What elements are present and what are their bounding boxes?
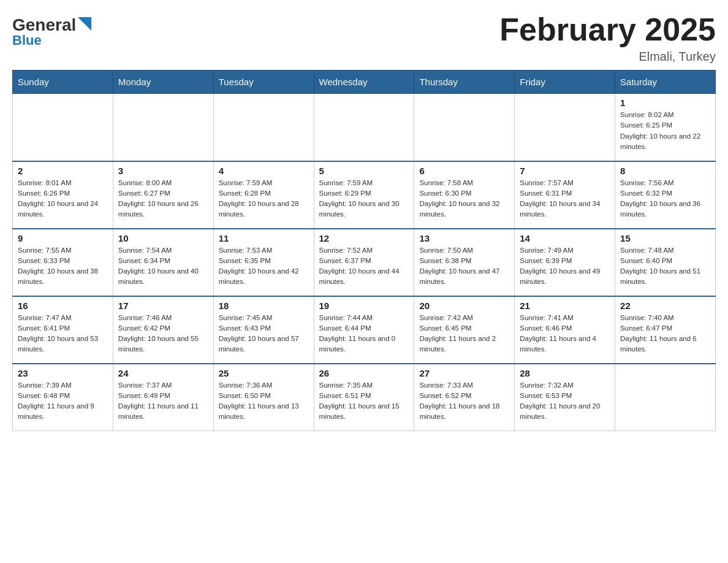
- day-number: 10: [118, 233, 208, 243]
- table-row: [615, 364, 716, 431]
- day-info: Sunrise: 7:59 AMSunset: 6:29 PMDaylight:…: [319, 178, 409, 220]
- table-row: 13Sunrise: 7:50 AMSunset: 6:38 PMDayligh…: [414, 229, 515, 296]
- calendar-table: Sunday Monday Tuesday Wednesday Thursday…: [12, 70, 716, 431]
- table-row: 2Sunrise: 8:01 AMSunset: 6:26 PMDaylight…: [13, 161, 113, 229]
- table-row: [414, 94, 515, 161]
- table-row: [213, 94, 314, 161]
- header-monday: Monday: [113, 71, 213, 94]
- day-number: 2: [18, 166, 108, 176]
- day-number: 3: [118, 166, 208, 176]
- table-row: 23Sunrise: 7:39 AMSunset: 6:48 PMDayligh…: [13, 364, 113, 431]
- day-info: Sunrise: 8:01 AMSunset: 6:26 PMDaylight:…: [18, 178, 108, 220]
- table-row: 9Sunrise: 7:55 AMSunset: 6:33 PMDaylight…: [13, 229, 113, 296]
- table-row: [515, 94, 615, 161]
- table-row: 12Sunrise: 7:52 AMSunset: 6:37 PMDayligh…: [314, 229, 414, 296]
- header-friday: Friday: [515, 71, 615, 94]
- day-number: 14: [520, 233, 610, 243]
- day-number: 21: [520, 301, 610, 311]
- day-info: Sunrise: 7:53 AMSunset: 6:35 PMDaylight:…: [219, 245, 309, 288]
- day-info: Sunrise: 7:36 AMSunset: 6:50 PMDaylight:…: [219, 380, 309, 423]
- table-row: 22Sunrise: 7:40 AMSunset: 6:47 PMDayligh…: [615, 296, 716, 364]
- day-number: 22: [620, 301, 710, 311]
- table-row: [113, 94, 213, 161]
- day-number: 24: [118, 368, 208, 378]
- day-number: 26: [319, 368, 409, 378]
- day-number: 11: [219, 233, 309, 243]
- title-section: February 2025 Elmali, Turkey: [499, 12, 716, 64]
- table-row: [314, 94, 414, 161]
- table-row: 28Sunrise: 7:32 AMSunset: 6:53 PMDayligh…: [515, 364, 615, 431]
- day-info: Sunrise: 7:52 AMSunset: 6:37 PMDaylight:…: [319, 245, 409, 288]
- day-info: Sunrise: 7:44 AMSunset: 6:44 PMDaylight:…: [319, 313, 409, 355]
- table-row: [13, 94, 113, 161]
- day-info: Sunrise: 7:45 AMSunset: 6:43 PMDaylight:…: [219, 313, 309, 355]
- day-number: 23: [18, 368, 108, 378]
- day-number: 19: [319, 301, 409, 311]
- day-number: 27: [419, 368, 509, 378]
- day-number: 4: [219, 166, 309, 176]
- table-row: 15Sunrise: 7:48 AMSunset: 6:40 PMDayligh…: [615, 229, 716, 296]
- month-title: February 2025: [499, 12, 716, 47]
- day-info: Sunrise: 7:37 AMSunset: 6:49 PMDaylight:…: [118, 380, 208, 423]
- day-info: Sunrise: 7:56 AMSunset: 6:32 PMDaylight:…: [620, 178, 710, 220]
- table-row: 14Sunrise: 7:49 AMSunset: 6:39 PMDayligh…: [515, 229, 615, 296]
- day-info: Sunrise: 7:54 AMSunset: 6:34 PMDaylight:…: [118, 245, 208, 288]
- table-row: 10Sunrise: 7:54 AMSunset: 6:34 PMDayligh…: [113, 229, 213, 296]
- day-number: 15: [620, 233, 710, 243]
- day-number: 17: [118, 301, 208, 311]
- table-row: 18Sunrise: 7:45 AMSunset: 6:43 PMDayligh…: [213, 296, 314, 364]
- table-row: 4Sunrise: 7:59 AMSunset: 6:28 PMDaylight…: [213, 161, 314, 229]
- day-number: 18: [219, 301, 309, 311]
- svg-marker-0: [78, 17, 91, 31]
- header-wednesday: Wednesday: [314, 71, 414, 94]
- day-info: Sunrise: 7:47 AMSunset: 6:41 PMDaylight:…: [18, 313, 108, 355]
- table-row: 16Sunrise: 7:47 AMSunset: 6:41 PMDayligh…: [13, 296, 113, 364]
- table-row: 20Sunrise: 7:42 AMSunset: 6:45 PMDayligh…: [414, 296, 515, 364]
- day-info: Sunrise: 7:59 AMSunset: 6:28 PMDaylight:…: [219, 178, 309, 220]
- day-number: 5: [319, 166, 409, 176]
- day-number: 8: [620, 166, 710, 176]
- table-row: 19Sunrise: 7:44 AMSunset: 6:44 PMDayligh…: [314, 296, 414, 364]
- table-row: 26Sunrise: 7:35 AMSunset: 6:51 PMDayligh…: [314, 364, 414, 431]
- table-row: 27Sunrise: 7:33 AMSunset: 6:52 PMDayligh…: [414, 364, 515, 431]
- day-info: Sunrise: 7:40 AMSunset: 6:47 PMDaylight:…: [620, 313, 710, 355]
- day-info: Sunrise: 7:32 AMSunset: 6:53 PMDaylight:…: [520, 380, 610, 423]
- table-row: 5Sunrise: 7:59 AMSunset: 6:29 PMDaylight…: [314, 161, 414, 229]
- day-number: 20: [419, 301, 509, 311]
- calendar-week-row: 23Sunrise: 7:39 AMSunset: 6:48 PMDayligh…: [13, 364, 716, 431]
- header-saturday: Saturday: [615, 71, 716, 94]
- day-info: Sunrise: 7:57 AMSunset: 6:31 PMDaylight:…: [520, 178, 610, 220]
- day-number: 16: [18, 301, 108, 311]
- day-info: Sunrise: 7:55 AMSunset: 6:33 PMDaylight:…: [18, 245, 108, 288]
- day-number: 6: [419, 166, 509, 176]
- table-row: 6Sunrise: 7:58 AMSunset: 6:30 PMDaylight…: [414, 161, 515, 229]
- logo-blue-text: Blue: [12, 33, 42, 48]
- page-header: General Blue February 2025 Elmali, Turke…: [12, 12, 716, 64]
- header-sunday: Sunday: [13, 71, 113, 94]
- day-number: 9: [18, 233, 108, 243]
- table-row: 11Sunrise: 7:53 AMSunset: 6:35 PMDayligh…: [213, 229, 314, 296]
- day-number: 7: [520, 166, 610, 176]
- table-row: 1Sunrise: 8:02 AMSunset: 6:25 PMDaylight…: [615, 94, 716, 161]
- table-row: 8Sunrise: 7:56 AMSunset: 6:32 PMDaylight…: [615, 161, 716, 229]
- logo-triangle-icon: [78, 17, 91, 31]
- day-number: 12: [319, 233, 409, 243]
- day-number: 1: [620, 98, 710, 108]
- day-info: Sunrise: 7:50 AMSunset: 6:38 PMDaylight:…: [419, 245, 509, 288]
- location-text: Elmali, Turkey: [499, 50, 716, 64]
- table-row: 17Sunrise: 7:46 AMSunset: 6:42 PMDayligh…: [113, 296, 213, 364]
- day-info: Sunrise: 7:33 AMSunset: 6:52 PMDaylight:…: [419, 380, 509, 423]
- day-info: Sunrise: 7:58 AMSunset: 6:30 PMDaylight:…: [419, 178, 509, 220]
- day-number: 13: [419, 233, 509, 243]
- table-row: 3Sunrise: 8:00 AMSunset: 6:27 PMDaylight…: [113, 161, 213, 229]
- day-info: Sunrise: 7:42 AMSunset: 6:45 PMDaylight:…: [419, 313, 509, 355]
- table-row: 21Sunrise: 7:41 AMSunset: 6:46 PMDayligh…: [515, 296, 615, 364]
- table-row: 7Sunrise: 7:57 AMSunset: 6:31 PMDaylight…: [515, 161, 615, 229]
- header-thursday: Thursday: [414, 71, 515, 94]
- table-row: 25Sunrise: 7:36 AMSunset: 6:50 PMDayligh…: [213, 364, 314, 431]
- day-info: Sunrise: 7:39 AMSunset: 6:48 PMDaylight:…: [18, 380, 108, 423]
- day-info: Sunrise: 7:48 AMSunset: 6:40 PMDaylight:…: [620, 245, 710, 288]
- calendar-week-row: 16Sunrise: 7:47 AMSunset: 6:41 PMDayligh…: [13, 296, 716, 364]
- day-info: Sunrise: 7:41 AMSunset: 6:46 PMDaylight:…: [520, 313, 610, 355]
- day-info: Sunrise: 7:35 AMSunset: 6:51 PMDaylight:…: [319, 380, 409, 423]
